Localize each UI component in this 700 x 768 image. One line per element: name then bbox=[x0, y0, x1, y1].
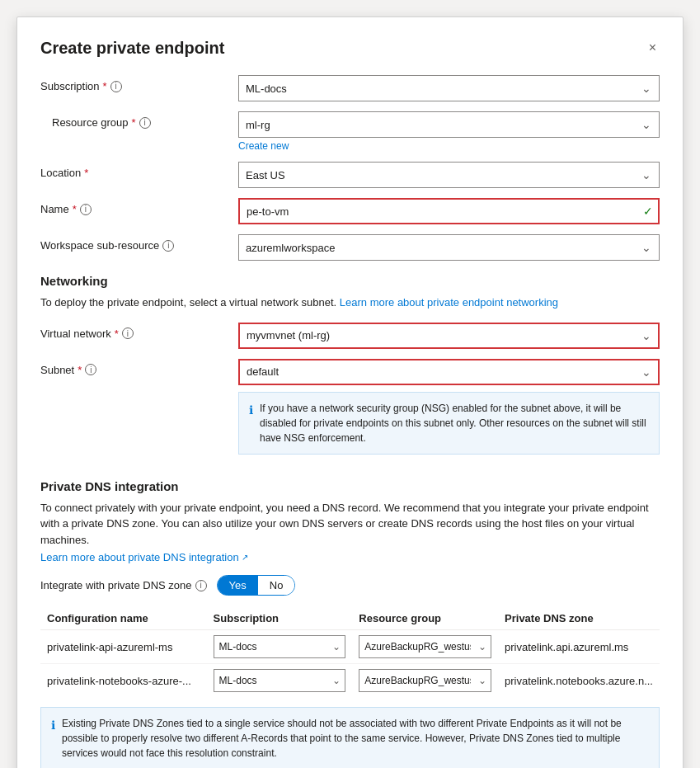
subscription-required: * bbox=[103, 80, 107, 92]
resource-group-select-wrapper: ml-rg bbox=[238, 111, 660, 138]
dns-table: Configuration name Subscription Resource… bbox=[40, 607, 660, 697]
resource-group-info-icon[interactable]: i bbox=[139, 117, 151, 129]
subnet-row: Subnet * i default ℹ If you have a netwo… bbox=[40, 359, 660, 463]
nsg-info-icon: ℹ bbox=[249, 402, 253, 445]
warning-info-icon: ℹ bbox=[51, 717, 55, 761]
workspace-sub-resource-select[interactable]: azuremlworkspace bbox=[238, 234, 660, 261]
col-header-resource-group: Resource group bbox=[352, 607, 498, 630]
name-row: Name * i ✓ bbox=[40, 198, 660, 224]
dns-table-body: privatelink-api-azureml-msML-docsAzureBa… bbox=[40, 630, 660, 698]
dns-table-row: privatelink-notebooks-azure-...ML-docsAz… bbox=[40, 664, 660, 698]
workspace-sub-resource-row: Workspace sub-resource i azuremlworkspac… bbox=[40, 234, 660, 261]
subscription-info-icon[interactable]: i bbox=[110, 81, 122, 92]
close-button[interactable]: × bbox=[646, 37, 660, 59]
dns-table-header: Configuration name Subscription Resource… bbox=[40, 607, 660, 630]
subscription-select-wrapper: ML-docs bbox=[238, 75, 660, 101]
warning-box: ℹ Existing Private DNS Zones tied to a s… bbox=[40, 707, 660, 768]
name-input[interactable] bbox=[238, 198, 660, 224]
name-input-wrapper: ✓ bbox=[238, 198, 660, 224]
create-new-link[interactable]: Create new bbox=[238, 140, 660, 152]
dns-zone-value: privatelink.api.azureml.ms bbox=[498, 630, 660, 664]
dns-subscription-select[interactable]: ML-docs bbox=[214, 669, 346, 692]
name-required: * bbox=[73, 203, 77, 215]
col-header-private-dns-zone: Private DNS zone bbox=[498, 607, 660, 630]
dns-config-name: privatelink-api-azureml-ms bbox=[40, 630, 207, 664]
resource-group-label: Resource group * i bbox=[40, 111, 238, 129]
create-private-endpoint-dialog: Create private endpoint × Subscription *… bbox=[16, 16, 684, 768]
subscription-control: ML-docs bbox=[238, 75, 660, 101]
dns-resource-group: AzureBackupRG_westus_1 bbox=[352, 630, 498, 664]
workspace-sub-resource-label: Workspace sub-resource i bbox=[40, 234, 238, 252]
subnet-control: default ℹ If you have a network security… bbox=[238, 359, 660, 463]
dns-subscription: ML-docs bbox=[207, 664, 353, 698]
location-select[interactable]: East US bbox=[238, 162, 660, 188]
virtual-network-label: Virtual network * i bbox=[40, 323, 238, 340]
integrate-label: Integrate with private DNS zone i bbox=[40, 579, 207, 591]
col-header-config-name: Configuration name bbox=[40, 607, 207, 630]
virtual-network-info-icon[interactable]: i bbox=[122, 327, 134, 339]
location-row: Location * East US bbox=[40, 162, 660, 188]
workspace-sub-resource-select-wrapper: azuremlworkspace bbox=[238, 234, 660, 261]
toggle-no-button[interactable]: No bbox=[258, 576, 295, 595]
virtual-network-control: myvmvnet (ml-rg) bbox=[238, 323, 660, 349]
location-required: * bbox=[84, 167, 88, 179]
subnet-select-wrapper: default bbox=[238, 359, 660, 385]
location-select-wrapper: East US bbox=[238, 162, 660, 188]
subnet-info-icon[interactable]: i bbox=[85, 364, 96, 375]
dns-table-row: privatelink-api-azureml-msML-docsAzureBa… bbox=[40, 630, 660, 664]
toggle-yes-button[interactable]: Yes bbox=[218, 576, 258, 595]
networking-section-title: Networking bbox=[40, 274, 660, 288]
subnet-select[interactable]: default bbox=[238, 359, 660, 385]
networking-description: To deploy the private endpoint, select a… bbox=[40, 294, 660, 311]
col-header-subscription: Subscription bbox=[207, 607, 353, 630]
dialog-title: Create private endpoint bbox=[40, 39, 224, 58]
subscription-row: Subscription * i ML-docs bbox=[40, 75, 660, 101]
workspace-sub-resource-control: azuremlworkspace bbox=[238, 234, 660, 261]
workspace-sub-resource-info-icon[interactable]: i bbox=[162, 240, 174, 252]
dns-zone-value: privatelink.notebooks.azure.n... bbox=[498, 664, 660, 698]
private-dns-section-title: Private DNS integration bbox=[40, 479, 660, 493]
subscription-label: Subscription * i bbox=[40, 75, 238, 92]
integrate-row: Integrate with private DNS zone i Yes No bbox=[40, 575, 660, 596]
integrate-info-icon[interactable]: i bbox=[195, 580, 207, 591]
subnet-required: * bbox=[78, 364, 82, 376]
dns-subscription: ML-docs bbox=[207, 630, 353, 664]
external-link-icon: ↗ bbox=[242, 553, 248, 562]
subnet-label: Subnet * i bbox=[40, 359, 238, 376]
resource-group-row: Resource group * i ml-rg Create new bbox=[40, 111, 660, 152]
name-control: ✓ bbox=[238, 198, 660, 224]
networking-learn-more-link[interactable]: Learn more about private endpoint networ… bbox=[340, 296, 558, 309]
dns-table-header-row: Configuration name Subscription Resource… bbox=[40, 607, 660, 630]
nsg-info-box: ℹ If you have a network security group (… bbox=[238, 392, 660, 455]
name-info-icon[interactable]: i bbox=[80, 204, 92, 215]
dns-config-name: privatelink-notebooks-azure-... bbox=[40, 664, 207, 698]
subscription-select[interactable]: ML-docs bbox=[238, 75, 660, 101]
name-check-icon: ✓ bbox=[643, 205, 653, 218]
dns-resource-group-select[interactable]: AzureBackupRG_westus_1 bbox=[359, 635, 491, 658]
location-control: East US bbox=[238, 162, 660, 188]
resource-group-select[interactable]: ml-rg bbox=[238, 111, 660, 138]
dns-resource-group-select[interactable]: AzureBackupRG_westus_1 bbox=[359, 669, 491, 692]
virtual-network-select[interactable]: myvmvnet (ml-rg) bbox=[238, 323, 660, 349]
location-label: Location * bbox=[40, 162, 238, 179]
virtual-network-row: Virtual network * i myvmvnet (ml-rg) bbox=[40, 323, 660, 349]
dns-subscription-select[interactable]: ML-docs bbox=[214, 635, 346, 658]
resource-group-required: * bbox=[132, 116, 136, 129]
dns-resource-group: AzureBackupRG_westus_1 bbox=[352, 664, 498, 698]
private-dns-learn-more-link[interactable]: Learn more about private DNS integration… bbox=[40, 551, 248, 563]
virtual-network-select-wrapper: myvmvnet (ml-rg) bbox=[238, 323, 660, 349]
virtual-network-required: * bbox=[115, 327, 119, 340]
dialog-header: Create private endpoint × bbox=[40, 37, 660, 59]
private-dns-description: To connect privately with your private e… bbox=[40, 500, 660, 549]
resource-group-control: ml-rg Create new bbox=[238, 111, 660, 152]
integrate-toggle-group: Yes No bbox=[217, 575, 296, 596]
name-label: Name * i bbox=[40, 198, 238, 215]
